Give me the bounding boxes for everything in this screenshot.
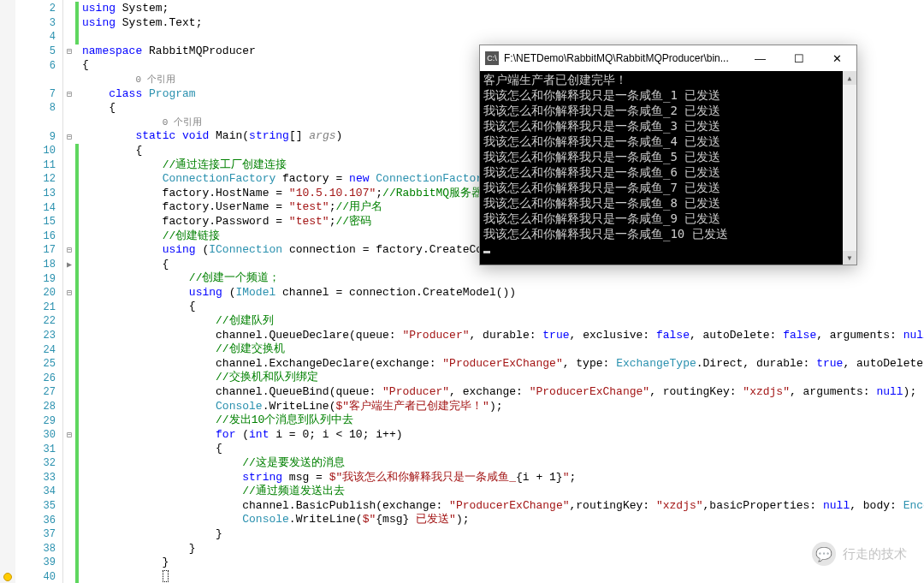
fold-toggle-icon[interactable]: ⊟ (63, 45, 75, 59)
line-number[interactable]: 31 (15, 442, 62, 456)
line-number[interactable]: 21 (15, 300, 62, 314)
line-number[interactable]: 38 (15, 542, 62, 556)
fold-toggle-icon[interactable]: ⊟ (63, 286, 75, 300)
scrollbar-down-icon[interactable]: ▼ (843, 251, 856, 265)
code-line[interactable]: //创建一个频道； (79, 271, 924, 286)
line-number[interactable]: 16 (15, 229, 62, 244)
breakpoint-cell[interactable] (0, 471, 15, 485)
code-line[interactable]: //发出10个消息到队列中去 (79, 413, 924, 428)
console-scrollbar[interactable]: ▲ ▼ (843, 71, 856, 265)
line-number[interactable]: 7 (15, 87, 62, 102)
code-line[interactable]: //创建队列 (79, 314, 924, 329)
breakpoint-cell[interactable] (0, 16, 15, 31)
code-line[interactable]: channel.QueueBind(queue: "Producer", exc… (79, 385, 924, 400)
line-number[interactable]: 37 (15, 527, 62, 542)
line-number[interactable] (15, 116, 62, 130)
line-number[interactable]: 36 (15, 513, 62, 527)
line-number[interactable]: 24 (15, 342, 62, 357)
breakpoint-cell[interactable] (0, 527, 15, 542)
code-line[interactable]: } (79, 527, 924, 542)
breakpoint-cell[interactable] (0, 357, 15, 372)
breakpoint-cell[interactable] (0, 570, 15, 583)
line-number[interactable]: 23 (15, 329, 62, 343)
breakpoint-cell[interactable] (0, 45, 15, 59)
line-number[interactable]: 10 (15, 144, 62, 158)
breakpoint-cell[interactable] (0, 2, 15, 16)
breakpoint-cell[interactable] (0, 329, 15, 343)
breakpoint-cell[interactable] (0, 30, 15, 45)
line-number[interactable]: 15 (15, 215, 62, 229)
breakpoint-cell[interactable] (0, 172, 15, 187)
breakpoint-cell[interactable] (0, 101, 15, 116)
line-number[interactable]: 12 (15, 172, 62, 187)
console-output[interactable]: 客户端生产者已创建完毕！我该怎么和你解释我只是一条咸鱼_1 已发送我该怎么和你解… (480, 71, 856, 265)
breakpoint-cell[interactable] (0, 229, 15, 244)
line-number[interactable]: 40 (15, 570, 62, 583)
breakpoint-cell[interactable] (0, 385, 15, 400)
maximize-button[interactable]: ☐ (779, 45, 818, 71)
line-number[interactable]: 34 (15, 485, 62, 499)
code-line[interactable]: using System; (79, 2, 924, 16)
console-titlebar[interactable]: C:\ F:\NETDemo\RabbitMQ\RabbitMQProducer… (480, 45, 856, 71)
line-number[interactable]: 33 (15, 471, 62, 485)
code-line[interactable]: Console.WriteLine($"{msg} 已发送"); (79, 513, 924, 527)
breakpoint-cell[interactable] (0, 371, 15, 385)
breakpoint-cell[interactable] (0, 243, 15, 258)
breakpoint-cell[interactable] (0, 300, 15, 314)
code-line[interactable]: } (79, 556, 924, 570)
line-number[interactable]: 27 (15, 385, 62, 400)
line-number[interactable] (15, 73, 62, 87)
code-line[interactable]: for (int i = 0; i < 10; i++) (79, 428, 924, 443)
breakpoint-cell[interactable] (0, 73, 15, 87)
line-number[interactable]: 28 (15, 400, 62, 414)
code-line[interactable]: string msg = $"我该怎么和你解释我只是一条咸鱼_{i + 1}"; (79, 471, 924, 485)
breakpoint-column[interactable] (0, 0, 15, 583)
scrollbar-up-icon[interactable]: ▲ (843, 71, 856, 85)
breakpoint-cell[interactable] (0, 428, 15, 443)
breakpoint-cell[interactable] (0, 129, 15, 144)
close-button[interactable]: ✕ (818, 45, 856, 71)
breakpoint-cell[interactable] (0, 158, 15, 173)
breakpoint-cell[interactable] (0, 58, 15, 73)
line-number[interactable]: 9 (15, 129, 62, 144)
fold-toggle-icon[interactable]: ⊟ (63, 243, 75, 258)
breakpoint-cell[interactable] (0, 314, 15, 329)
breakpoint-cell[interactable] (0, 456, 15, 471)
line-number[interactable]: 26 (15, 371, 62, 385)
line-number[interactable]: 6 (15, 58, 62, 73)
console-window[interactable]: C:\ F:\NETDemo\RabbitMQ\RabbitMQProducer… (479, 45, 857, 265)
code-line[interactable]: channel.ExchangeDeclare(exchange: "Produ… (79, 357, 924, 372)
line-number[interactable]: 35 (15, 499, 62, 514)
line-number[interactable]: 2 (15, 2, 62, 16)
breakpoint-cell[interactable] (0, 542, 15, 556)
code-line[interactable]: { (79, 300, 924, 314)
code-line[interactable]: //创建交换机 (79, 342, 924, 357)
code-line[interactable] (79, 30, 924, 45)
line-number[interactable]: 17 (15, 243, 62, 258)
line-number[interactable]: 14 (15, 200, 62, 215)
breakpoint-cell[interactable] (0, 187, 15, 201)
line-number[interactable]: 4 (15, 30, 62, 45)
code-line[interactable]: using System.Text; (79, 16, 924, 31)
code-line[interactable]: } (79, 542, 924, 556)
line-number[interactable]: 20 (15, 286, 62, 300)
fold-toggle-icon[interactable]: ▶ (63, 258, 75, 272)
breakpoint-cell[interactable] (0, 513, 15, 527)
minimize-button[interactable]: — (741, 45, 779, 71)
fold-toggle-icon[interactable]: ⊟ (63, 129, 75, 144)
breakpoint-cell[interactable] (0, 215, 15, 229)
breakpoint-cell[interactable] (0, 258, 15, 272)
line-number[interactable]: 11 (15, 158, 62, 173)
line-number[interactable]: 3 (15, 16, 62, 31)
code-line[interactable]: using (IModel channel = connection.Creat… (79, 286, 924, 300)
line-number[interactable]: 18 (15, 258, 62, 272)
breakpoint-cell[interactable] (0, 116, 15, 130)
breakpoint-cell[interactable] (0, 342, 15, 357)
code-line[interactable]: channel.QueueDeclare(queue: "Producer", … (79, 329, 924, 343)
code-line[interactable]: //通过频道发送出去 (79, 485, 924, 499)
line-number-gutter[interactable]: 2345678910111213141516171819202122232425… (15, 0, 63, 583)
fold-toggle-icon[interactable]: ⊟ (63, 87, 75, 102)
code-line[interactable]: //交换机和队列绑定 (79, 371, 924, 385)
line-number[interactable]: 32 (15, 456, 62, 471)
breakpoint-cell[interactable] (0, 271, 15, 286)
